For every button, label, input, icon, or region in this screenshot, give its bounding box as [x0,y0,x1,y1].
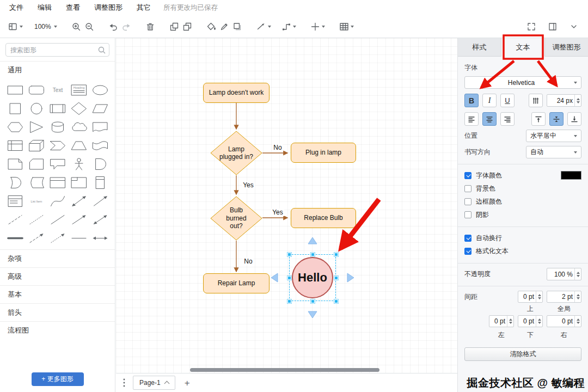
shape-document-icon[interactable] [89,118,111,136]
background-color-checkbox[interactable] [464,185,471,192]
connection-button[interactable] [255,19,273,34]
valign-bottom-button[interactable] [567,112,581,126]
shape-rounded-rectangle-icon[interactable] [26,81,47,99]
horizontal-scrollbar[interactable] [190,368,379,372]
fill-color-button[interactable] [205,19,218,34]
menu-file[interactable]: 文件 [2,3,30,13]
insert-button[interactable] [309,19,327,34]
selection-handle-s[interactable] [311,299,315,303]
font-size-input[interactable]: 24 px [547,94,581,107]
word-wrap-checkbox[interactable] [464,235,471,242]
spacing-global-stepper[interactable] [574,291,581,302]
direction-arrow-right-icon[interactable] [347,273,354,282]
formatted-text-checkbox[interactable] [464,248,471,255]
shape-dashed-arrow-icon[interactable] [26,229,47,247]
font-family-select[interactable]: Helvetica [464,76,581,89]
clear-formatting-button[interactable]: 清除格式 [464,347,581,361]
selection-handle-se[interactable] [334,299,338,303]
shape-actor-icon[interactable] [68,155,89,173]
italic-button[interactable]: I [482,94,497,107]
shape-dotted-line-icon[interactable] [26,210,47,229]
edge-label-no[interactable]: No [243,258,253,265]
format-panel-button[interactable] [546,19,559,34]
spacing-global-input[interactable]: 2 pt [547,291,581,303]
diagram-canvas[interactable]: Lamp doesn't work Lamp plugged in? Plug … [116,38,457,373]
spacing-top-input[interactable]: 0 pt [518,291,543,303]
spacing-left-stepper[interactable] [507,316,513,327]
node-lamp-doesnt-work[interactable]: Lamp doesn't work [203,83,270,103]
tab-style[interactable]: 样式 [458,38,501,57]
line-color-button[interactable] [218,19,231,34]
shape-horizontal-line-icon[interactable] [68,229,89,247]
shape-and-icon[interactable] [89,155,111,173]
view-button[interactable] [7,19,24,34]
vertical-text-button[interactable] [529,94,543,107]
sidebar-section-advanced[interactable]: 高级 [0,267,115,285]
border-color-checkbox[interactable] [464,198,471,205]
shape-diamond-icon[interactable] [68,99,89,118]
shape-hexagon-icon[interactable] [4,118,26,136]
font-color-checkbox[interactable] [464,172,471,179]
shape-card-icon[interactable] [26,155,47,173]
edge-label-yes[interactable]: Yes [271,209,284,216]
sidebar-section-arrows[interactable]: 箭头 [0,303,115,321]
node-repair-lamp[interactable]: Repair Lamp [203,273,270,293]
waypoints-button[interactable] [280,19,298,34]
align-center-button[interactable] [482,112,497,126]
sidebar-section-general[interactable]: 通用 [0,61,115,79]
edge-label-no[interactable]: No [272,144,283,151]
node-plug-in-lamp[interactable]: Plug in lamp [291,143,356,163]
bold-button[interactable]: B [464,94,479,107]
writing-direction-select[interactable]: 自动 [526,146,581,158]
shape-textbox-icon[interactable]: Heading [68,81,89,99]
opacity-stepper[interactable] [574,268,581,280]
font-color-swatch[interactable] [561,171,581,180]
shape-bidirectional-arrow-icon[interactable] [68,192,89,210]
collapse-button[interactable] [567,19,580,34]
shape-square-icon[interactable] [4,99,26,118]
shape-callout-icon[interactable] [47,155,68,173]
shape-text-icon[interactable]: Text [47,81,68,99]
shape-cylinder-icon[interactable] [47,118,68,136]
spacing-top-stepper[interactable] [536,291,542,302]
node-bulb-burned-out[interactable]: Bulb burned out? [210,196,262,241]
shape-dotted-arrow-icon[interactable] [47,229,68,247]
spacing-right-input[interactable]: 0 pt [547,315,581,327]
menu-extras[interactable]: 其它 [130,3,158,13]
shape-tape-icon[interactable] [89,136,111,155]
spacing-left-input[interactable]: 0 pt [489,315,514,327]
fullscreen-button[interactable] [525,19,538,34]
selection-handle-e[interactable] [334,276,338,280]
node-lamp-plugged-in[interactable]: Lamp plugged in? [210,131,262,175]
menu-arrange[interactable]: 调整图形 [87,3,130,13]
shape-parallelogram-icon[interactable] [89,99,111,118]
to-front-button[interactable] [168,19,181,34]
shape-note-icon[interactable] [4,155,26,173]
shadow-button[interactable] [231,19,244,34]
shape-step-icon[interactable] [47,136,68,155]
search-input[interactable] [10,46,97,54]
zoom-out-button[interactable] [83,19,96,34]
shape-or-icon[interactable] [4,173,26,192]
selection-handle-sw[interactable] [287,299,291,303]
to-back-button[interactable] [181,19,194,34]
underline-button[interactable]: U [500,94,514,107]
edge-label-yes[interactable]: Yes [242,181,255,189]
shape-solid-line-icon[interactable] [47,210,68,229]
shape-circle-icon[interactable] [26,99,47,118]
shape-container-icon[interactable] [47,173,68,192]
opacity-input[interactable]: 100 % [547,268,581,280]
menu-edit[interactable]: 编辑 [30,3,59,13]
shape-internal-storage-icon[interactable] [4,136,26,155]
selection-handle-n[interactable] [311,253,315,256]
shape-list-item-icon[interactable]: List Item [26,192,47,210]
valign-middle-button[interactable] [549,112,564,126]
direction-arrow-up-icon[interactable] [308,237,317,244]
shape-data-storage-icon[interactable] [26,173,47,192]
tab-arrange[interactable]: 调整图形 [545,38,588,57]
more-shapes-button[interactable]: + 更多图形 [32,372,84,386]
add-page-button[interactable]: + [182,378,192,388]
shape-link-icon[interactable] [4,229,26,247]
shape-titled-container-icon[interactable] [68,173,89,192]
position-select[interactable]: 水平居中 [526,130,581,142]
